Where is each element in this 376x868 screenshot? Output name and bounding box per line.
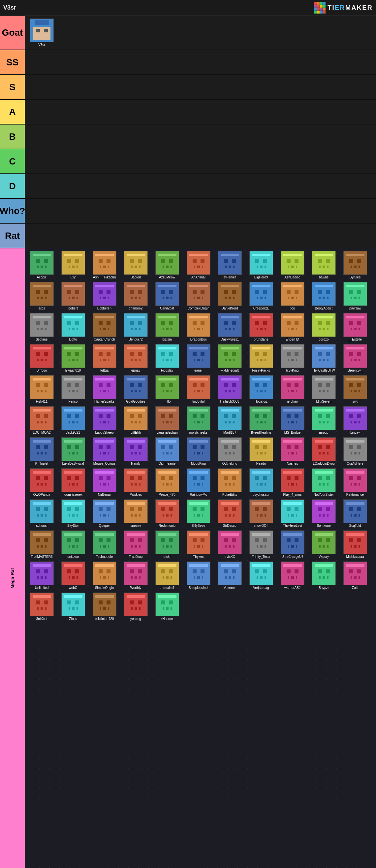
list-item: SkyDior bbox=[57, 498, 89, 529]
list-item: warriorASJ bbox=[277, 560, 308, 591]
list-item: Nashes bbox=[277, 436, 308, 467]
list-item: ImJoyful bbox=[183, 374, 214, 405]
list-item: Fish411 bbox=[26, 374, 57, 405]
tier-label-mega-rat: Mega Rat bbox=[0, 248, 25, 868]
tier-content-ss bbox=[25, 50, 376, 74]
list-item: AnAnimal bbox=[183, 250, 214, 281]
list-item: 8xy bbox=[57, 250, 89, 281]
list-item: Bobberen bbox=[89, 281, 120, 312]
list-item: LaughElephan bbox=[151, 405, 183, 436]
list-item: SillyBeee bbox=[183, 498, 214, 529]
list-item: Byrules bbox=[339, 250, 371, 281]
list-item: Greentyy_ bbox=[339, 343, 371, 374]
list-item: DawJaw bbox=[339, 281, 371, 312]
list-item: GoldGoodies bbox=[120, 374, 151, 405]
list-item: bruhplane bbox=[245, 312, 277, 343]
list-item: __Ilo bbox=[151, 374, 183, 405]
list-item: Somxone bbox=[308, 498, 339, 529]
list-item: moistcheeks bbox=[183, 405, 214, 436]
tier-row-d: D bbox=[0, 174, 376, 199]
list-item: Acopic bbox=[26, 250, 57, 281]
list-item: Verjaardag bbox=[245, 560, 277, 591]
list-item: LukeDaSkywal bbox=[57, 436, 89, 467]
list-item: HamerSparks bbox=[89, 374, 120, 405]
list-item: jerchao bbox=[277, 374, 308, 405]
list-item: OurAdHere bbox=[339, 436, 371, 467]
list-item: eariel bbox=[183, 343, 214, 374]
list-item: Scqffold bbox=[339, 498, 371, 529]
list-item: webC bbox=[57, 560, 89, 591]
list-item: deotime bbox=[26, 312, 57, 343]
list-item: Figoslav bbox=[151, 343, 183, 374]
logo-text: TiERMAKER bbox=[328, 4, 373, 11]
page-title: V3sr bbox=[3, 4, 16, 11]
list-item: TrapDrap bbox=[120, 529, 151, 560]
list-item: Daskyrules1 bbox=[214, 312, 245, 343]
list-item: snowDOII bbox=[245, 498, 277, 529]
list-item: BootyAddict bbox=[308, 281, 339, 312]
list-item: LIS_Bridge bbox=[277, 405, 308, 436]
list-item: Djurmeanie bbox=[151, 436, 183, 467]
list-item: Worthiy bbox=[120, 560, 151, 591]
list-item: EnderHD bbox=[277, 312, 308, 343]
tier-row-ss: SS bbox=[0, 50, 376, 75]
list-item: __Estelle bbox=[339, 312, 371, 343]
list-item: TheHeroLevi bbox=[277, 498, 308, 529]
list-item: cordzo bbox=[308, 312, 339, 343]
list-item: Martl157 bbox=[214, 405, 245, 436]
list-item: Peace_470 bbox=[151, 467, 183, 498]
list-item: FixMinecraft bbox=[214, 343, 245, 374]
tier-content-a bbox=[25, 100, 376, 124]
list-item: loomriezerex bbox=[57, 467, 89, 498]
list-item: bizism bbox=[151, 312, 183, 343]
list-item: DotIo bbox=[57, 312, 89, 343]
list-item: Mishkaaaaa bbox=[339, 529, 371, 560]
tiers-container: GoatV3srSSSABCDWho?Rat bbox=[0, 16, 376, 248]
list-item: mrpup bbox=[308, 405, 339, 436]
list-item: Haitisch3003 bbox=[214, 374, 245, 405]
list-item: SirDesco bbox=[214, 498, 245, 529]
tier-content-who bbox=[25, 199, 376, 223]
tier-row-goat: GoatV3sr bbox=[0, 16, 376, 50]
list-item: sneeav bbox=[120, 498, 151, 529]
list-item: jswtf bbox=[339, 374, 371, 405]
list-item: charboo2 bbox=[120, 281, 151, 312]
list-item: V3sr bbox=[26, 17, 57, 48]
list-item: CaptanCrunch bbox=[89, 312, 120, 343]
list-item: HellCastleBTW bbox=[308, 343, 339, 374]
list-item: arps bbox=[26, 281, 57, 312]
list-item: Technoodle bbox=[89, 529, 120, 560]
list-item: billclinton420 bbox=[89, 591, 120, 622]
list-item: Queper bbox=[89, 498, 120, 529]
list-item: yestrog bbox=[120, 591, 151, 622]
tier-row-a: A bbox=[0, 100, 376, 125]
list-item: Neado bbox=[245, 436, 277, 467]
list-item: Nanify bbox=[120, 436, 151, 467]
list-item: Benpla72 bbox=[120, 312, 151, 343]
list-item: Pawkies bbox=[120, 467, 151, 498]
list-item: therealm7 bbox=[151, 560, 183, 591]
list-item: Creeper2L bbox=[245, 281, 277, 312]
tier-content-s bbox=[25, 75, 376, 99]
list-item: IcyyKing bbox=[277, 343, 308, 374]
list-item: SleeplessInel bbox=[183, 560, 214, 591]
tier-label-c: C bbox=[0, 149, 25, 174]
list-item: bawns bbox=[308, 250, 339, 281]
mega-rat-container: Mega RatAcopic8xyAsh___PikachuBabiedAzzu… bbox=[0, 248, 376, 868]
list-item: atParker bbox=[214, 250, 245, 281]
list-item: Jack9321 bbox=[57, 405, 89, 436]
tier-label-rat: Rat bbox=[0, 224, 25, 248]
tier-content-d bbox=[25, 174, 376, 198]
list-item: fettga bbox=[89, 343, 120, 374]
list-item: Zalti bbox=[339, 560, 371, 591]
tier-content-b bbox=[25, 125, 376, 149]
list-item: unitowo bbox=[57, 529, 89, 560]
list-item: schonsi bbox=[26, 498, 57, 529]
tier-content-rat bbox=[25, 224, 376, 248]
list-item: INeedHealing bbox=[245, 405, 277, 436]
list-item: Thyxes bbox=[183, 529, 214, 560]
list-item: Bmboo bbox=[26, 343, 57, 374]
list-item: K_Triplet bbox=[26, 436, 57, 467]
header: V3sr TiERMAKER bbox=[0, 0, 376, 16]
tier-content-mega-rat: Acopic8xyAsh___PikachuBabiedAzzuMeowAnAn… bbox=[25, 248, 376, 868]
